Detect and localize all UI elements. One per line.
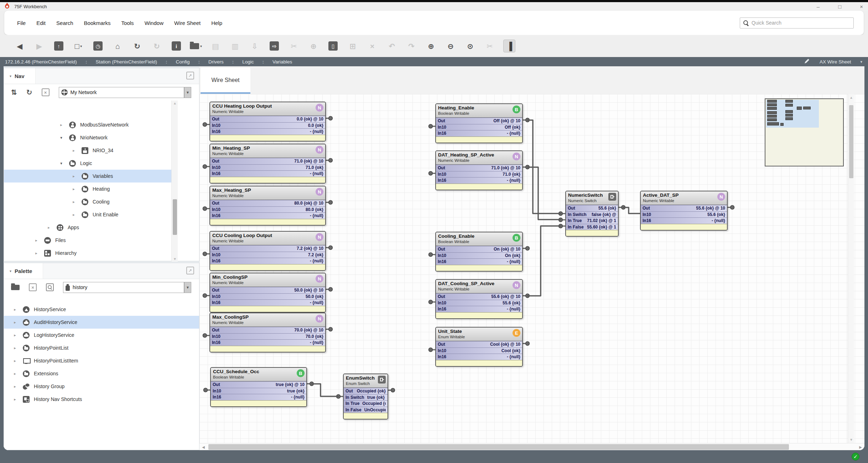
block-dat-cooling-sp-active[interactable]: DAT_Cooling_SP_ActiveNumeric WritableNOu… — [435, 279, 523, 319]
expand-arrow-icon[interactable]: ▾ — [58, 161, 64, 166]
refresh-button[interactable]: ↻ — [131, 40, 143, 52]
block-pin-row[interactable]: In10true {ok} — [211, 388, 306, 394]
expand-arrow-icon[interactable]: ▸ — [33, 251, 39, 256]
port-knob[interactable] — [429, 253, 433, 257]
wiresheet-canvas[interactable]: CCU Heating Loop OutputNumeric WritableN… — [199, 94, 864, 443]
block-pin-row[interactable]: In16- {null} — [210, 339, 325, 346]
browse-palette-icon[interactable] — [46, 283, 54, 291]
palette-item-extensions[interactable]: ▸Extensions — [4, 367, 199, 380]
block-pin-row[interactable]: Out55.6 {ok} @ 10 — [641, 205, 727, 211]
port-knob[interactable] — [203, 165, 207, 169]
port-knob[interactable] — [203, 334, 207, 338]
port-knob[interactable] — [203, 123, 207, 127]
clear-icon[interactable]: × — [42, 88, 50, 96]
view-selector-label[interactable]: AX Wire Sheet — [820, 59, 851, 65]
port-knob[interactable] — [526, 294, 530, 298]
expand-arrow-icon[interactable]: ▸ — [71, 200, 77, 204]
info-button[interactable]: i — [170, 40, 182, 52]
expand-arrow-icon[interactable]: ▸ — [12, 320, 18, 325]
block-min-heating-sp[interactable]: Min_Heating_SPNumeric WritableNOut71.0 {… — [209, 144, 326, 184]
port-knob[interactable] — [559, 218, 563, 222]
menu-edit[interactable]: Edit — [36, 20, 46, 26]
open-palette-icon[interactable] — [11, 285, 20, 290]
expand-arrow-icon[interactable]: ▸ — [12, 371, 18, 376]
expand-arrow-icon[interactable]: ▸ — [12, 333, 18, 338]
expand-arrow-icon[interactable]: ▸ — [12, 307, 18, 312]
sidebar-item-unit-enable[interactable]: ▸Unit Enable — [4, 208, 171, 221]
menu-window[interactable]: Window — [145, 20, 163, 26]
port-knob[interactable] — [731, 205, 734, 209]
block-pin-row[interactable]: In1080.0 {ok} — [210, 206, 325, 213]
block-ccu-heating-loop-output[interactable]: CCU Heating Loop OutputNumeric WritableN… — [209, 102, 326, 142]
nav-scope-dropdown[interactable]: My Network ▼ — [59, 87, 184, 98]
zoom-out-button[interactable]: ⊖ — [445, 40, 457, 52]
expand-arrow-icon[interactable]: ▸ — [46, 225, 52, 230]
port-knob[interactable] — [204, 388, 208, 392]
quick-search-box[interactable] — [740, 17, 854, 29]
port-knob[interactable] — [203, 294, 207, 298]
port-knob[interactable] — [526, 246, 530, 250]
breadcrumb-drivers[interactable]: Drivers — [206, 59, 226, 65]
save-all-button[interactable]: ▥ — [229, 40, 241, 52]
block-pin-row[interactable]: In16- {null} — [436, 306, 522, 312]
canvas-horizontal-scrollbar[interactable]: ◀ ▶ — [199, 443, 864, 450]
block-pin-row[interactable]: In16- {null} — [211, 394, 306, 400]
block-pin-row[interactable]: In1071.0 {ok} — [436, 171, 522, 178]
expand-arrow-icon[interactable]: ▸ — [58, 123, 64, 127]
undo-button[interactable]: ↶ — [386, 40, 398, 52]
block-pin-row[interactable]: In1050.0 {ok} — [210, 293, 325, 300]
palette-item-historyservice[interactable]: ▸HistoryService — [4, 303, 199, 316]
port-knob[interactable] — [329, 200, 333, 204]
menu-file[interactable]: File — [17, 20, 26, 26]
block-pin-row[interactable]: Out55.6 {ok} — [566, 205, 618, 211]
expand-arrow-icon[interactable]: ▸ — [71, 174, 77, 179]
sidebar-item-files[interactable]: ▸Files — [4, 234, 171, 247]
block-pin-row[interactable]: OutOccupied {ok} — [344, 388, 388, 394]
palette-item-audithistoryservice[interactable]: ▸AuditHistoryService — [4, 316, 199, 329]
sidebar-item-variables[interactable]: ▸Variables — [4, 170, 171, 182]
block-min-coolingsp[interactable]: Min_CoolingSPNumeric WritableNOut50.0 {o… — [209, 273, 326, 313]
block-pin-row[interactable]: Out71.0 {ok} @ 10 — [436, 165, 522, 171]
sidebar-item-hierarchy[interactable]: ▸Hierarchy — [4, 247, 171, 259]
expand-arrow-icon[interactable]: ▸ — [71, 148, 77, 153]
snip-button[interactable]: ✂ — [484, 40, 496, 52]
port-knob[interactable] — [337, 395, 341, 398]
close-button[interactable]: × — [860, 4, 863, 9]
block-pin-row[interactable]: Out80.0 {ok} @ 10 — [210, 200, 325, 206]
block-pin-row[interactable]: In10On {ok} — [436, 252, 522, 259]
menu-search[interactable]: Search — [56, 20, 73, 26]
recent-button[interactable]: ◷ — [92, 40, 104, 52]
import-button[interactable]: ⇩ — [249, 40, 261, 52]
expand-arrow-icon[interactable]: ▸ — [71, 187, 77, 191]
view-selector[interactable]: AX Wire Sheet ▾ — [804, 58, 868, 66]
sidebar-item-logic[interactable]: ▾Logic — [4, 157, 171, 170]
port-knob[interactable] — [429, 300, 433, 304]
sidebar-item-nrionetwork[interactable]: ▾NrioNetwork — [4, 131, 171, 144]
palette-panel-tab[interactable]: ▾ Palette — [4, 263, 43, 279]
block-pin-row[interactable]: In16- {null} — [210, 258, 325, 264]
block-pin-row[interactable]: In16- {null} — [436, 354, 522, 360]
block-pin-row[interactable]: In16- {null} — [436, 130, 522, 137]
port-knob[interactable] — [526, 165, 530, 169]
port-knob[interactable] — [329, 246, 333, 249]
port-knob[interactable] — [391, 388, 395, 392]
port-knob[interactable] — [329, 158, 333, 162]
block-numericswitch[interactable]: NumericSwitchNumeric SwitchOut55.6 {ok}I… — [565, 191, 619, 237]
block-pin-row[interactable]: In16- {null} — [641, 217, 727, 224]
sidebar-item-modbusslavenetwork[interactable]: ▸ModbusSlaveNetwork — [4, 118, 171, 131]
expand-arrow-icon[interactable]: ▸ — [12, 346, 18, 350]
minimap[interactable] — [765, 98, 844, 166]
block-ccu-schedule-occ[interactable]: CCU_Schedule_OccBoolean WritableBOuttrue… — [210, 367, 307, 407]
palette-dropdown[interactable]: history ▼ — [63, 282, 184, 293]
port-knob[interactable] — [310, 382, 314, 386]
block-pin-row[interactable]: In16- {null} — [210, 299, 325, 306]
port-knob[interactable] — [526, 341, 530, 345]
nav-scrollbar-thumb[interactable] — [173, 199, 177, 235]
block-unit-state[interactable]: Unit_StateEnum WritableEOutCool {ok} @ 1… — [435, 327, 523, 367]
port-knob[interactable] — [203, 252, 207, 256]
block-pin-row[interactable]: In False55.60 {ok} @ 1 — [566, 224, 618, 230]
port-knob[interactable] — [429, 124, 433, 128]
block-cooling-enable[interactable]: Cooling_EnableBoolean WritableBOutOn {ok… — [435, 232, 523, 272]
block-active-dat-sp[interactable]: Active_DAT_SPNumeric WritableNOut55.6 {o… — [640, 191, 728, 231]
scroll-up-icon[interactable]: ▲ — [848, 96, 854, 99]
